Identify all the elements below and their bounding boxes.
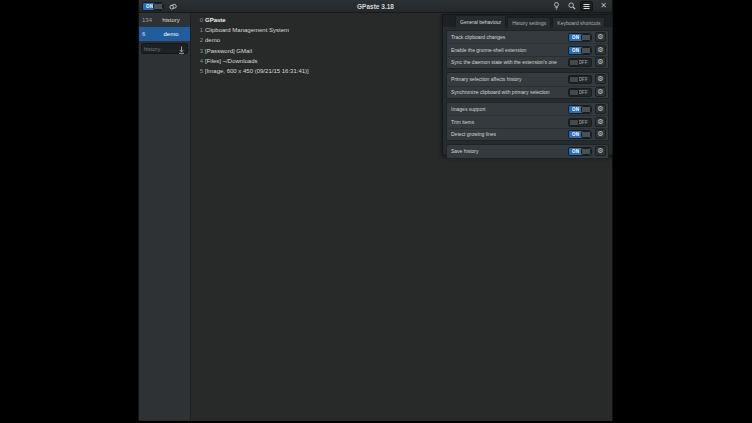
setting-row: Track clipboard changes ON ⚙	[447, 31, 608, 43]
history-name: demo	[155, 31, 187, 37]
setting-label: Enable the gnome-shell extension	[451, 47, 568, 53]
desktop-background: ON GPaste 3.18	[0, 0, 752, 423]
tab-general-behaviour[interactable]: General behaviour	[455, 15, 506, 27]
gpaste-window: ON GPaste 3.18	[138, 0, 613, 421]
toggle-switch[interactable]: ON	[568, 46, 592, 55]
gear-icon: ⚙	[597, 148, 603, 155]
setting-gear-button[interactable]: ⚙	[595, 87, 606, 97]
setting-gear-button[interactable]: ⚙	[595, 129, 606, 139]
item-index: 0	[198, 17, 203, 23]
window-close-button[interactable]: ✕	[598, 1, 609, 11]
setting-gear-button[interactable]: ⚙	[595, 104, 606, 114]
item-text: GPaste	[205, 17, 226, 23]
setting-row: Trim items OFF ⚙	[447, 115, 608, 127]
switch-knob	[569, 76, 579, 83]
switch-knob	[581, 47, 591, 54]
toggle-switch[interactable]: ON	[568, 147, 592, 156]
setting-gear-button[interactable]: ⚙	[595, 146, 606, 156]
headerbar-right: ✕	[550, 1, 609, 11]
setting-label: Detect growing lines	[451, 131, 568, 137]
switch-state-label: ON	[572, 107, 579, 112]
setting-gear-button[interactable]: ⚙	[595, 117, 606, 127]
headerbar-left: ON	[142, 1, 179, 11]
switch-knob	[569, 119, 579, 126]
settings-group-history: Save history ON ⚙	[446, 144, 609, 158]
item-index: 1	[198, 27, 203, 33]
settings-group-selection: Primary selection affects history OFF ⚙ …	[446, 72, 609, 99]
setting-row: Synchronize clipboard with primary selec…	[447, 86, 608, 98]
setting-row: Save history ON ⚙	[447, 145, 608, 157]
setting-label: Images support	[451, 106, 568, 112]
settings-menu-button[interactable]	[580, 1, 593, 11]
switch-state-label: ON	[572, 149, 579, 154]
switch-knob	[569, 59, 579, 66]
switch-state-label: ON	[572, 48, 579, 53]
item-text: demo	[205, 37, 220, 43]
toggle-switch[interactable]: OFF	[568, 75, 592, 84]
new-history-input[interactable]: history	[141, 43, 188, 54]
item-index: 3	[198, 48, 203, 54]
tracking-switch[interactable]: ON	[142, 2, 164, 11]
settings-content: Track clipboard changes ON ⚙ Enable the …	[443, 27, 612, 163]
item-index: 4	[198, 58, 203, 64]
tab-history-settings[interactable]: History settings	[507, 17, 551, 27]
switch-knob	[581, 148, 591, 155]
window-title: GPaste 3.18	[139, 3, 612, 10]
toggle-switch[interactable]: ON	[568, 105, 592, 114]
setting-label: Trim items	[451, 119, 568, 125]
lightbulb-icon	[553, 2, 560, 10]
gear-icon: ⚙	[597, 59, 603, 66]
switch-knob	[581, 106, 591, 113]
switch-state-label: ON	[572, 35, 579, 40]
setting-gear-button[interactable]: ⚙	[595, 45, 606, 55]
gear-icon: ⚙	[597, 89, 603, 96]
item-text: [Files] ~/Downloads	[205, 58, 258, 64]
gear-icon: ⚙	[597, 131, 603, 138]
toggle-switch[interactable]: ON	[568, 33, 592, 42]
close-icon: ✕	[600, 2, 607, 10]
new-history-placeholder: history	[144, 46, 178, 52]
settings-group-items: Images support ON ⚙ Trim items OFF	[446, 102, 609, 141]
item-text: Clipboard Management System	[205, 27, 289, 33]
empty-history-button[interactable]	[166, 1, 179, 11]
history-count: 6	[142, 31, 155, 37]
search-button[interactable]	[565, 1, 578, 11]
switch-knob	[581, 131, 591, 138]
setting-gear-button[interactable]: ⚙	[595, 32, 606, 42]
item-text: [Image, 600 x 450 (09/21/15 16:31:41)]	[205, 68, 309, 74]
toggle-switch[interactable]: OFF	[568, 58, 592, 67]
switch-state-label: OFF	[578, 120, 588, 125]
switch-knob	[581, 34, 591, 41]
tab-keyboard-shortcuts[interactable]: Keyboard shortcuts	[552, 17, 605, 27]
setting-label: Sync the daemon state with the extension…	[451, 59, 568, 65]
toggle-switch[interactable]: ON	[568, 130, 592, 139]
gear-icon: ⚙	[597, 106, 603, 113]
toggle-switch[interactable]: OFF	[568, 118, 592, 127]
item-index: 2	[198, 37, 203, 43]
setting-gear-button[interactable]: ⚙	[595, 57, 606, 67]
setting-label: Primary selection affects history	[451, 76, 568, 82]
about-button[interactable]	[550, 1, 563, 11]
settings-popover: General behaviour History settings Keybo…	[442, 14, 613, 156]
history-count: 134	[142, 17, 155, 23]
histories-sidebar: 134 history 6 demo history	[139, 13, 191, 420]
switch-state-label: ON	[572, 132, 579, 137]
setting-gear-button[interactable]: ⚙	[595, 74, 606, 84]
gear-icon: ⚙	[597, 119, 603, 126]
history-name: history	[155, 17, 187, 23]
toggle-switch[interactable]: OFF	[568, 88, 592, 97]
add-history-icon[interactable]	[178, 40, 185, 58]
settings-group-daemon: Track clipboard changes ON ⚙ Enable the …	[446, 30, 609, 69]
setting-row: Enable the gnome-shell extension ON ⚙	[447, 43, 608, 55]
setting-row: Primary selection affects history OFF ⚙	[447, 73, 608, 85]
setting-row: Sync the daemon state with the extension…	[447, 56, 608, 68]
tracking-switch-knob	[153, 3, 163, 10]
switch-knob	[569, 89, 579, 96]
setting-row: Images support ON ⚙	[447, 103, 608, 115]
setting-row: Detect growing lines ON ⚙	[447, 128, 608, 140]
headerbar: ON GPaste 3.18	[139, 0, 612, 13]
setting-label: Track clipboard changes	[451, 34, 568, 40]
sidebar-item-history[interactable]: 134 history	[139, 13, 190, 27]
item-text: [Password] GMail	[205, 48, 252, 54]
menu-icon	[583, 3, 590, 10]
